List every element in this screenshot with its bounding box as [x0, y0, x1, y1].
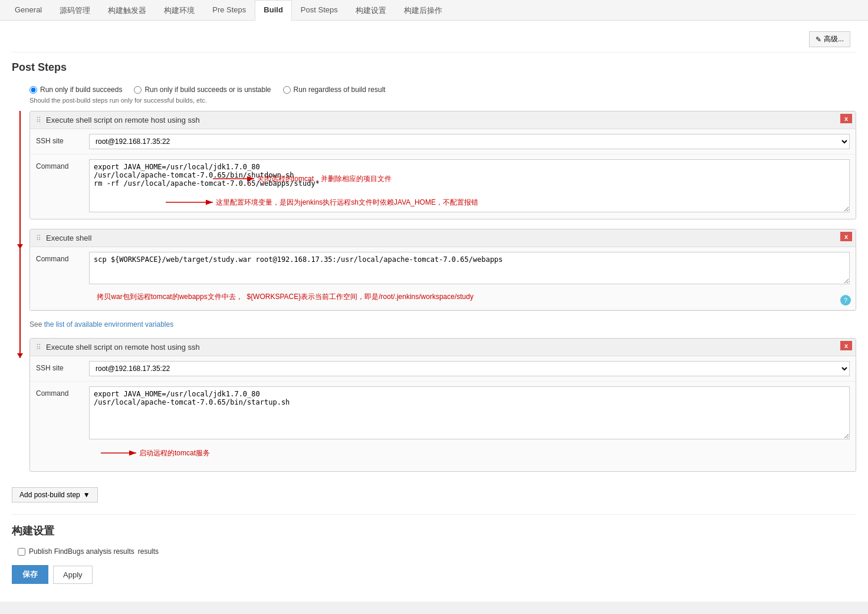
ssh-block1-wrapper: ⠿ Execute shell script on remote host us…: [12, 111, 856, 219]
build-settings-title: 构建设置: [12, 514, 856, 544]
tab-general[interactable]: General: [6, 0, 51, 21]
command-row-1: Command export JAVA_HOME=/usr/local/jdk1…: [30, 155, 856, 219]
radio-build-unstable[interactable]: Run only if build succeeds or is unstabl…: [134, 86, 271, 94]
run-condition-hint: Should the post-build steps run only for…: [29, 97, 856, 104]
command-row-2: Command export JAVA_HOME=/usr/local/jdk1…: [30, 382, 856, 471]
shell-command-row: Command scp ${WORKSPACE}/web/target/stud…: [30, 247, 856, 310]
annot3-text: 启动远程的tomcat服务: [139, 449, 210, 457]
ssh-site-input-wrapper-1: root@192.168.17.35:22: [89, 134, 850, 149]
tab-build[interactable]: Build: [255, 0, 292, 21]
ssh-site-select-1[interactable]: root@192.168.17.35:22: [89, 134, 850, 149]
vertical-arrow-1: [19, 111, 21, 249]
command-label-2: Command: [36, 386, 89, 398]
findbugs-label: Publish FindBugs analysis results: [29, 547, 134, 556]
advanced-button[interactable]: ✎ 高级...: [809, 31, 850, 47]
tab-env[interactable]: 构建环境: [155, 0, 203, 21]
vertical-arrow-2: [19, 229, 21, 358]
see-text: See: [29, 320, 44, 329]
ssh-site-input-wrapper-2: root@192.168.17.35:22: [89, 361, 850, 376]
drag-handle-1: ⠿: [36, 116, 41, 124]
nav-tabs: General 源码管理 构建触发器 构建环境 Pre Steps Build …: [0, 0, 868, 21]
shell-command-textarea[interactable]: scp ${WORKSPACE}/web/target/study.war ro…: [89, 252, 850, 284]
ssh-block2-delete[interactable]: x: [840, 341, 852, 350]
ssh-site-select-2[interactable]: root@192.168.17.35:22: [89, 361, 850, 376]
post-steps-title: Post Steps: [12, 52, 856, 80]
command-label-1: Command: [36, 159, 89, 170]
shell-block-wrapper: ⠿ Execute shell x Command scp ${WORKSPAC…: [12, 229, 856, 329]
add-post-build-step-btn[interactable]: Add post-build step ▼: [12, 487, 98, 503]
command-input-wrapper-1: export JAVA_HOME=/usr/local/jdk1.7.0_80 …: [89, 159, 850, 214]
drag-handle-2: ⠿: [36, 234, 41, 242]
findbugs-checkbox[interactable]: [18, 548, 25, 556]
tab-poststeps[interactable]: Post Steps: [292, 0, 347, 21]
results-label: results: [138, 547, 159, 556]
ssh-block1-title: Execute shell script on remote host usin…: [46, 116, 200, 124]
see-link-row: See the list of available environment va…: [29, 320, 850, 329]
ssh-execute-block-1: ⠿ Execute shell script on remote host us…: [29, 111, 856, 219]
top-bar: ✎ 高级...: [12, 27, 856, 52]
apply-button[interactable]: Apply: [53, 566, 93, 584]
shell-command-label: Command: [36, 252, 89, 263]
ssh-site-row-1: SSH site root@192.168.17.35:22: [30, 129, 856, 155]
bottom-bar: 保存 Apply: [12, 559, 856, 590]
chevron-down-icon: ▼: [83, 491, 90, 499]
edit-icon: ✎: [816, 35, 821, 44]
command-textarea-2[interactable]: export JAVA_HOME=/usr/local/jdk1.7.0_80 …: [89, 386, 850, 439]
content-area: ✎ 高级... Post Steps Run only if build suc…: [0, 21, 868, 602]
tab-source[interactable]: 源码管理: [51, 0, 99, 21]
add-step-label: Add post-build step: [19, 491, 80, 499]
ssh-block2-wrapper: ⠿ Execute shell script on remote host us…: [12, 338, 856, 472]
ssh-site-row-2: SSH site root@192.168.17.35:22: [30, 356, 856, 382]
shell-block-delete[interactable]: x: [840, 232, 852, 241]
advanced-label: 高级...: [824, 34, 844, 44]
shell-block-title: Execute shell: [46, 234, 91, 242]
ssh-execute-block-2: ⠿ Execute shell script on remote host us…: [29, 338, 856, 472]
command-input-wrapper-2: export JAVA_HOME=/usr/local/jdk1.7.0_80 …: [89, 386, 850, 467]
tab-settings[interactable]: 构建设置: [347, 0, 395, 21]
add-step-area: Add post-build step ▼: [12, 481, 856, 508]
drag-handle-3: ⠿: [36, 343, 41, 352]
ssh-site-label-1: SSH site: [36, 134, 89, 145]
ssh-block1-header: ⠿ Execute shell script on remote host us…: [30, 111, 856, 129]
findbugs-checkbox-row: Publish FindBugs analysis results result…: [12, 544, 856, 559]
tab-presteps[interactable]: Pre Steps: [203, 0, 255, 21]
ssh-site-label-2: SSH site: [36, 361, 89, 372]
shell-annotation-area: 拷贝war包到远程tomcat的webapps文件中去， ${WORKSPACE…: [89, 286, 850, 305]
radio-build-regardless[interactable]: Run regardless of build result: [283, 86, 386, 94]
shell-block-header: ⠿ Execute shell: [30, 229, 856, 247]
save-button[interactable]: 保存: [12, 565, 48, 584]
ssh-block2-header: ⠿ Execute shell script on remote host us…: [30, 339, 856, 356]
env-vars-link[interactable]: the list of available environment variab…: [44, 320, 173, 329]
shell-help-btn[interactable]: ?: [840, 295, 851, 306]
ssh2-annotation-area: 启动远程的tomcat服务: [89, 441, 850, 467]
annotation-arrow-3: 启动远程的tomcat服务: [89, 444, 325, 462]
radio-build-succeeds[interactable]: Run only if build succeeds: [29, 86, 122, 94]
shell-annot-text: 拷贝war包到远程tomcat的webapps文件中去， ${WORKSPACE…: [89, 293, 474, 301]
tab-postbuild[interactable]: 构建后操作: [395, 0, 451, 21]
tab-triggers[interactable]: 构建触发器: [99, 0, 155, 21]
ssh-block2-title: Execute shell script on remote host usin…: [46, 343, 200, 352]
ssh-block1-delete[interactable]: x: [840, 114, 852, 123]
shell-command-input-wrapper: scp ${WORKSPACE}/web/target/study.war ro…: [89, 252, 850, 305]
command-textarea-1[interactable]: export JAVA_HOME=/usr/local/jdk1.7.0_80 …: [89, 159, 850, 212]
shell-execute-block: ⠿ Execute shell x Command scp ${WORKSPAC…: [29, 229, 856, 311]
run-condition-group: Run only if build succeeds Run only if b…: [29, 86, 856, 94]
